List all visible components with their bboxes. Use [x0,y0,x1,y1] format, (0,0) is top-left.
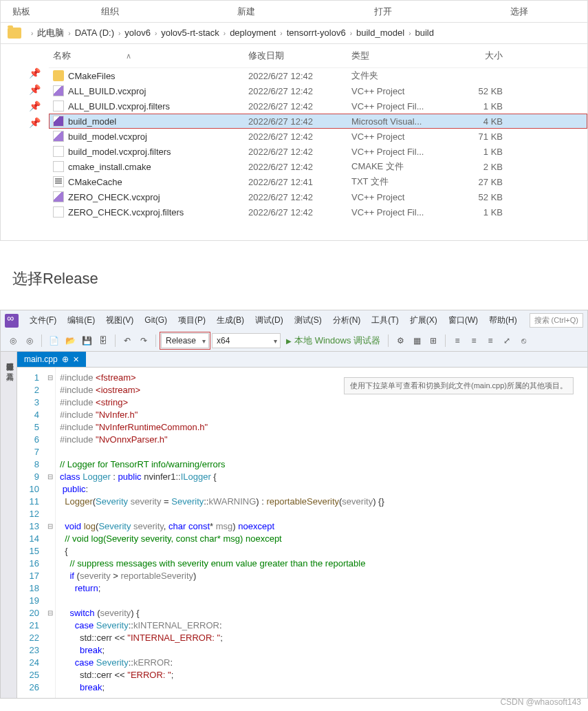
file-table: 名称∧ 修改日期 类型 大小 CMakeFiles2022/6/27 12:42… [49,44,587,220]
file-row[interactable]: ALL_BUILD.vcxproj.filters2022/6/27 12:42… [49,98,587,114]
ribbon: 贴板 组织 新建 打开 选择 [1,1,587,23]
undo-icon[interactable]: ↶ [120,334,134,348]
pin-icon[interactable]: ⊕ [62,354,69,364]
code-editor[interactable]: 使用下拉菜单可查看和切换到此文件(main.cpp)所属的其他项目。 12345… [17,368,587,698]
tool-icon[interactable]: ≡ [467,334,481,348]
pin-icon[interactable]: 📌 [1,114,49,131]
breadcrumb-item[interactable]: deployment [230,28,276,38]
cmake-icon [53,161,64,172]
breadcrumb-item[interactable]: tensorrt-yolov6 [287,28,346,38]
folder-icon [53,70,64,81]
breadcrumb-item[interactable]: yolov6 [124,28,151,38]
menu-item[interactable]: 调试(D) [250,314,289,326]
file-row[interactable]: build_model.vcxproj2022/6/27 12:42VC++ P… [49,129,587,144]
file-row[interactable]: ZERO_CHECK.vcxproj.filters2022/6/27 12:4… [49,204,587,220]
file-row[interactable]: CMakeCache2022/6/27 12:41TXT 文件27 KB [49,174,587,189]
ribbon-open[interactable]: 打开 [315,6,451,18]
tool-icon[interactable]: ⎋ [516,334,530,348]
tool-icon[interactable]: ≡ [450,334,464,348]
chevron-right-icon: › [118,30,120,37]
col-name[interactable]: 名称∧ [49,50,248,62]
vcxproj-icon [53,191,64,202]
menu-item[interactable]: 视图(V) [100,314,139,326]
file-row[interactable]: cmake_install.cmake2022/6/27 12:42CMAKE … [49,159,587,174]
chevron-right-icon: › [280,30,282,37]
tool-icon[interactable]: ▦ [410,334,424,348]
code-content[interactable]: #include <fstream>#include <iostream>#in… [56,368,587,698]
vcxproj-icon [53,131,64,142]
menu-item[interactable]: 项目(P) [173,314,211,326]
tool-icon[interactable]: ⊞ [426,334,440,348]
file-row[interactable]: ALL_BUILD.vcxproj2022/6/27 12:42VC++ Pro… [49,83,587,98]
platform-dropdown[interactable]: x64 [212,333,281,348]
nav-back-icon[interactable]: ◎ [6,334,20,348]
visual-studio: 文件(F)编辑(E)视图(V)Git(G)项目(P)生成(B)调试(D)测试(S… [0,310,588,699]
column-headers: 名称∧ 修改日期 类型 大小 [49,44,587,68]
watermark: CSDN @whaosoft143 [500,697,581,699]
breadcrumb-item[interactable]: 此电脑 [37,28,64,38]
pin-icon[interactable]: 📌 [1,81,49,98]
quick-access: 📌 📌 📌 📌 [1,44,49,220]
col-size[interactable]: 大小 [455,50,510,62]
line-numbers: 1234567891011121314151617181920212223242… [17,368,45,698]
filters-icon [53,100,64,112]
menu-item[interactable]: 编辑(E) [62,314,100,326]
menu-item[interactable]: Git(G) [139,314,173,326]
vcxproj-icon [53,85,64,96]
filters-icon [53,146,64,157]
menu-item[interactable]: 工具(T) [366,314,404,326]
menu-item[interactable]: 分析(N) [327,314,367,326]
chevron-right-icon: › [224,30,226,37]
ribbon-paste[interactable]: 贴板 [1,6,42,18]
chevron-right-icon: › [68,30,70,37]
tool-icon[interactable]: ⤢ [500,334,514,348]
txt-icon [53,176,64,187]
save-all-icon[interactable]: 🗄 [96,334,110,348]
tooltip: 使用下拉菜单可查看和切换到此文件(main.cpp)所属的其他项目。 [344,377,574,394]
vs-menu-bar: 文件(F)编辑(E)视图(V)Git(G)项目(P)生成(B)调试(D)测试(S… [1,310,587,330]
menu-item[interactable]: 扩展(X) [404,314,443,326]
file-row[interactable]: build_model.vcxproj.filters2022/6/27 12:… [49,144,587,159]
chevron-right-icon: › [155,30,157,37]
menu-item[interactable]: 测试(S) [289,314,327,326]
vs-sidebar[interactable]: 服务器资源管理器 工具箱 [1,352,17,698]
file-row[interactable]: CMakeFiles2022/6/27 12:42文件夹 [49,68,587,83]
file-row[interactable]: build_model2022/6/27 12:42Microsoft Visu… [49,114,587,129]
menu-item[interactable]: 帮助(H) [483,314,523,326]
tool-icon[interactable]: ≡ [483,334,497,348]
ribbon-org[interactable]: 组织 [42,6,178,18]
start-debug-button[interactable]: 本地 Windows 调试器 [283,335,383,347]
breadcrumb-item[interactable]: yolov5-rt-stack [161,28,219,38]
ribbon-new[interactable]: 新建 [178,6,314,18]
chevron-right-icon: › [409,30,411,37]
tool-icon[interactable]: ⚙ [393,334,407,348]
col-type[interactable]: 类型 [351,50,455,62]
editor-tabs: main.cpp ⊕ ✕ [17,352,587,368]
col-date[interactable]: 修改日期 [248,50,351,62]
pin-icon[interactable]: 📌 [1,98,49,114]
fold-column[interactable]: ⊟⊟⊟⊟ [45,368,56,698]
vs-logo-icon [5,314,19,328]
nav-fwd-icon[interactable]: ◎ [23,334,36,348]
folder-icon [8,28,21,39]
breadcrumb-item[interactable]: build [415,28,433,38]
new-icon[interactable]: 📄 [47,334,61,348]
config-dropdown[interactable]: Release [161,333,209,348]
file-explorer: 贴板 组织 新建 打开 选择 › 此电脑›DATA (D:)›yolov6›yo… [0,0,588,241]
filters-icon [53,206,64,217]
menu-item[interactable]: 生成(B) [211,314,250,326]
menu-item[interactable]: 窗口(W) [443,314,483,326]
breadcrumb-item[interactable]: build_model [356,28,404,38]
pin-icon[interactable]: 📌 [1,65,49,81]
save-icon[interactable]: 💾 [80,334,94,348]
search-input[interactable]: 搜索 (Ctrl+Q) [530,313,583,328]
close-icon[interactable]: ✕ [73,355,79,364]
ribbon-select[interactable]: 选择 [451,6,587,18]
open-icon[interactable]: 📂 [63,334,77,348]
file-row[interactable]: ZERO_CHECK.vcxproj2022/6/27 12:42VC++ Pr… [49,189,587,204]
breadcrumb-item[interactable]: DATA (D:) [75,28,114,38]
tab-main-cpp[interactable]: main.cpp ⊕ ✕ [17,352,86,367]
menu-item[interactable]: 文件(F) [24,314,62,326]
breadcrumb[interactable]: › 此电脑›DATA (D:)›yolov6›yolov5-rt-stack›d… [1,23,587,44]
redo-icon[interactable]: ↷ [137,334,151,348]
